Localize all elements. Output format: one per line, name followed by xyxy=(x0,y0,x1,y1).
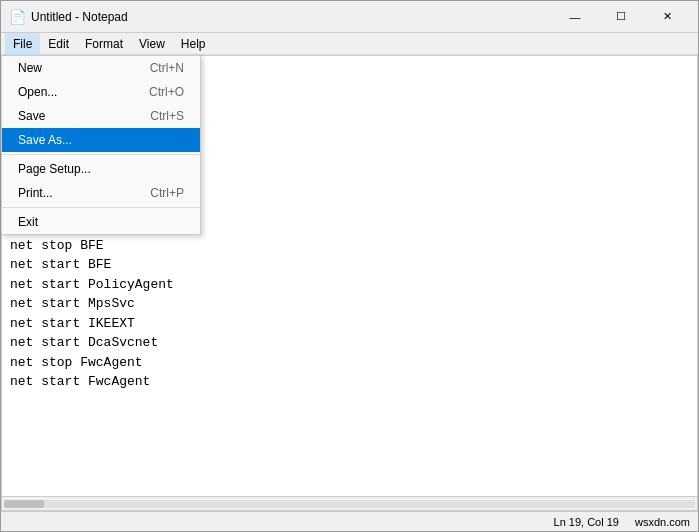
title-bar: 📄 Untitled - Notepad — ☐ ✕ xyxy=(1,1,698,33)
status-bar: Ln 19, Col 19 wsxdn.com xyxy=(1,511,698,531)
menu-page-setup[interactable]: Page Setup... xyxy=(2,157,200,181)
scrollbar-track xyxy=(4,500,695,508)
scrollbar-thumb[interactable] xyxy=(4,500,44,508)
notepad-window: 📄 Untitled - Notepad — ☐ ✕ File Edit For… xyxy=(0,0,699,532)
menu-save[interactable]: Save Ctrl+S xyxy=(2,104,200,128)
menu-save-as[interactable]: Save As... xyxy=(2,128,200,152)
menu-item-edit[interactable]: Edit xyxy=(40,33,77,55)
menu-print-shortcut: Ctrl+P xyxy=(150,186,184,200)
menu-exit-label: Exit xyxy=(18,215,38,229)
menu-open-shortcut: Ctrl+O xyxy=(149,85,184,99)
menu-bar: File Edit Format View Help New Ctrl+N Op… xyxy=(1,33,698,55)
menu-item-view[interactable]: View xyxy=(131,33,173,55)
status-info: wsxdn.com xyxy=(635,516,690,528)
menu-print[interactable]: Print... Ctrl+P xyxy=(2,181,200,205)
menu-separator-1 xyxy=(2,154,200,155)
menu-new[interactable]: New Ctrl+N xyxy=(2,56,200,80)
menu-separator-2 xyxy=(2,207,200,208)
file-dropdown-menu: New Ctrl+N Open... Ctrl+O Save Ctrl+S Sa… xyxy=(1,55,201,235)
menu-save-label: Save xyxy=(18,109,45,123)
menu-page-setup-label: Page Setup... xyxy=(18,162,91,176)
window-title: Untitled - Notepad xyxy=(31,10,552,24)
menu-new-label: New xyxy=(18,61,42,75)
menu-exit[interactable]: Exit xyxy=(2,210,200,234)
close-button[interactable]: ✕ xyxy=(644,1,690,33)
status-bar-right: Ln 19, Col 19 wsxdn.com xyxy=(554,516,690,528)
menu-item-file[interactable]: File xyxy=(5,33,40,55)
menu-save-as-label: Save As... xyxy=(18,133,72,147)
menu-new-shortcut: Ctrl+N xyxy=(150,61,184,75)
minimize-button[interactable]: — xyxy=(552,1,598,33)
menu-open-label: Open... xyxy=(18,85,57,99)
app-icon: 📄 xyxy=(9,9,25,25)
menu-open[interactable]: Open... Ctrl+O xyxy=(2,80,200,104)
menu-print-label: Print... xyxy=(18,186,53,200)
horizontal-scrollbar[interactable] xyxy=(2,496,697,510)
maximize-button[interactable]: ☐ xyxy=(598,1,644,33)
menu-item-help[interactable]: Help xyxy=(173,33,214,55)
menu-item-format[interactable]: Format xyxy=(77,33,131,55)
window-controls: — ☐ ✕ xyxy=(552,1,690,33)
cursor-position: Ln 19, Col 19 xyxy=(554,516,619,528)
menu-save-shortcut: Ctrl+S xyxy=(150,109,184,123)
